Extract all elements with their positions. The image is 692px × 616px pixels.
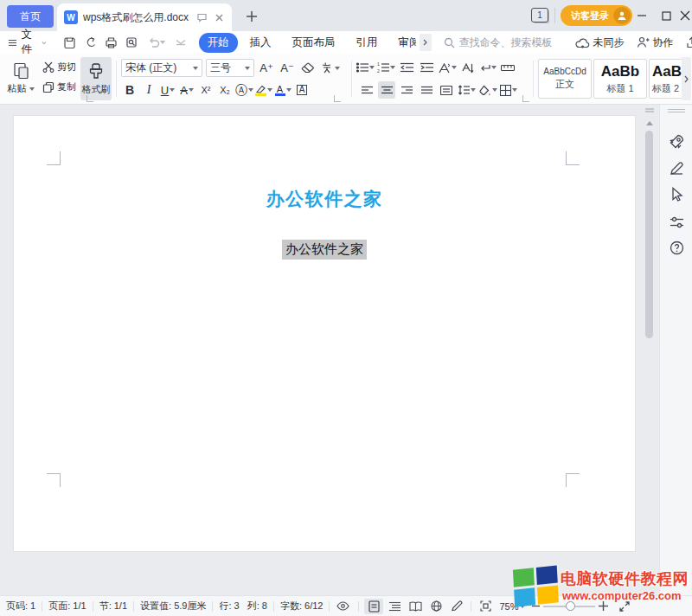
character-border-button[interactable]: A [293, 81, 311, 99]
status-page-number[interactable]: 页码: 1 [0, 600, 42, 613]
shrink-font-button[interactable]: A⁻ [279, 60, 296, 77]
style-heading1[interactable]: AaBb 标题 1 [593, 59, 647, 99]
shading-button[interactable] [478, 81, 497, 99]
new-tab-button[interactable] [242, 7, 261, 26]
tab-review[interactable]: 审阅 [390, 33, 416, 53]
tab-comment-icon[interactable] [195, 11, 208, 23]
clear-format-button[interactable] [299, 60, 317, 77]
help-button[interactable] [669, 240, 685, 256]
status-section[interactable]: 节: 1/1 [93, 600, 133, 613]
home-tab-button[interactable]: 首页 [7, 5, 54, 28]
subscript-button[interactable]: X₂ [216, 81, 234, 99]
undo-button[interactable] [144, 34, 170, 51]
document-canvas[interactable]: 办公软件之家 办公软件之家 [0, 105, 692, 595]
tab-page-layout[interactable]: 页面布局 [284, 33, 344, 53]
align-center-button[interactable] [378, 81, 395, 99]
superscript-button[interactable]: X² [197, 81, 215, 99]
file-menu-button[interactable]: 文件 [0, 31, 54, 54]
text-direction-button[interactable] [459, 59, 477, 76]
share-button[interactable]: 分享 [681, 33, 692, 53]
style-normal[interactable]: AaBbCcDd 正文 [538, 59, 592, 99]
italic-button[interactable]: I [140, 81, 157, 99]
zoom-slider-thumb[interactable] [566, 601, 575, 611]
zoom-slider[interactable] [543, 606, 595, 607]
font-size-combo[interactable]: 三号 [206, 59, 254, 77]
distribute-button[interactable] [438, 81, 455, 99]
increase-indent-button[interactable] [418, 59, 435, 76]
bullet-list-button[interactable] [356, 59, 375, 76]
fit-page-button[interactable] [476, 599, 495, 614]
command-search-input[interactable] [459, 36, 570, 48]
selected-text[interactable]: 办公软件之家 [282, 240, 367, 260]
document-title-text[interactable]: 办公软件之家 [14, 187, 635, 211]
page-view-button[interactable] [364, 599, 383, 614]
eye-protection-button[interactable] [333, 599, 352, 614]
zoom-caret-icon[interactable] [520, 605, 525, 608]
save-button[interactable] [61, 34, 80, 51]
numbered-list-button[interactable]: 12 [377, 59, 395, 76]
align-right-button[interactable] [398, 81, 415, 99]
font-dialog-launcher[interactable] [334, 95, 341, 102]
status-setting[interactable]: 设置值: 5.9厘米 [134, 600, 212, 613]
style-heading2[interactable]: AaBb 标题 2 [649, 59, 685, 99]
align-left-button[interactable] [358, 81, 375, 99]
document-page[interactable]: 办公软件之家 办公软件之家 [14, 116, 635, 551]
sync-status-button[interactable]: 未同步 [570, 33, 630, 53]
ruler-button[interactable] [499, 59, 516, 76]
underline-button[interactable]: U [159, 81, 176, 99]
clipboard-dialog-launcher[interactable] [86, 95, 93, 102]
status-word-count[interactable]: 字数: 6/12 [274, 600, 330, 613]
enclose-character-button[interactable]: Ⓐ [235, 81, 253, 99]
tab-close-icon[interactable] [213, 11, 225, 23]
wrap-marks-button[interactable] [479, 59, 497, 76]
collaborate-button[interactable]: 协作 [631, 33, 679, 53]
phonetic-guide-button[interactable] [320, 60, 340, 77]
quick-tools-button[interactable] [669, 132, 685, 149]
ink-view-button[interactable] [447, 599, 466, 614]
settings-button[interactable] [669, 214, 685, 230]
export-pdf-button[interactable] [81, 34, 100, 51]
print-button[interactable] [102, 34, 121, 51]
highlight-color-button[interactable] [255, 81, 272, 99]
document-tab[interactable]: W wps格式刷怎么用.docx [57, 3, 232, 31]
tabs-overflow-button[interactable] [420, 34, 432, 51]
grow-font-button[interactable]: A⁺ [258, 60, 275, 77]
strikethrough-button[interactable]: A [178, 81, 195, 99]
format-painter-button[interactable]: 格式刷 [80, 57, 112, 100]
line-spacing-button[interactable] [458, 81, 476, 99]
annotate-button[interactable] [669, 160, 685, 176]
fullscreen-button[interactable] [615, 599, 634, 614]
paragraph-dialog-launcher[interactable] [522, 95, 529, 102]
status-page-count[interactable]: 页面: 1/1 [42, 600, 92, 613]
outline-view-button[interactable] [385, 599, 404, 614]
maximize-button[interactable] [654, 3, 678, 28]
cut-button[interactable]: 剪切 [40, 60, 79, 74]
zoom-in-button[interactable] [599, 601, 608, 611]
print-preview-button[interactable] [123, 34, 142, 51]
styles-gallery-more-button[interactable] [682, 57, 691, 100]
zoom-level-value[interactable]: 75% [496, 601, 520, 612]
paste-button[interactable]: 粘贴 [5, 57, 36, 100]
command-search[interactable] [444, 36, 570, 48]
minimize-button[interactable] [630, 3, 654, 28]
font-name-combo[interactable]: 宋体 (正文) [121, 59, 202, 77]
read-view-button[interactable] [406, 599, 425, 614]
bold-button[interactable]: B [121, 81, 138, 99]
select-tool-button[interactable] [669, 186, 685, 202]
borders-button[interactable] [500, 81, 517, 99]
sidebar-handle[interactable] [668, 109, 685, 112]
decrease-indent-button[interactable] [398, 59, 415, 76]
font-color-button[interactable]: A [274, 81, 292, 99]
window-count-badge[interactable]: 1 [531, 8, 548, 22]
close-window-button[interactable] [678, 3, 692, 28]
tab-references[interactable]: 引用 [348, 33, 387, 53]
vertical-scrollbar[interactable] [645, 131, 653, 338]
tab-home[interactable]: 开始 [199, 33, 238, 53]
web-view-button[interactable] [426, 599, 445, 614]
redo-button[interactable] [171, 34, 190, 51]
guest-login-button[interactable]: 访客登录 [561, 5, 632, 26]
zoom-out-button[interactable] [532, 602, 540, 610]
justify-button[interactable] [418, 81, 435, 99]
tab-insert[interactable]: 插入 [241, 33, 280, 53]
text-effects-button[interactable] [438, 59, 457, 76]
